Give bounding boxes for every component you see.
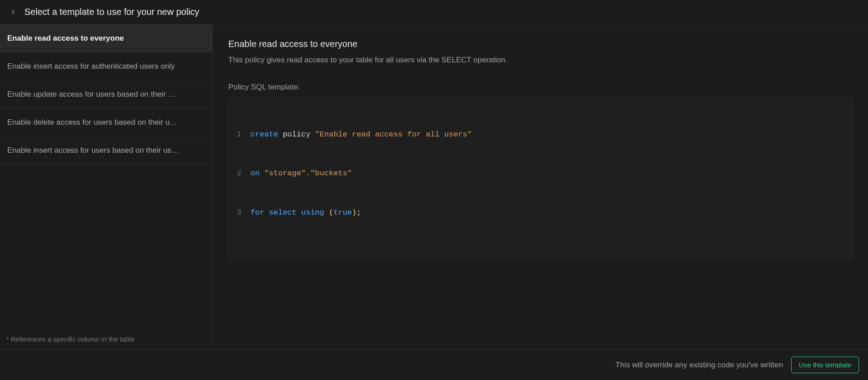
code-text (259, 169, 264, 178)
paren-close: ) (352, 208, 356, 217)
body: Enable read access to everyone Enable in… (0, 24, 868, 349)
code-content: create policy "Enable read access for al… (250, 128, 852, 141)
template-item-label: Enable delete access for users based on … (7, 118, 177, 127)
template-item-label: Enable update access for users based on … (7, 90, 175, 99)
keyword-select: select (264, 208, 302, 217)
line-number: 2 (229, 167, 250, 180)
template-item-insert-user[interactable]: Enable insert access for users based on … (0, 136, 212, 164)
page-title: Select a template to use for your new po… (24, 7, 199, 17)
detail-title: Enable read access to everyone (228, 39, 853, 49)
template-item-delete-user[interactable]: Enable delete access for users based on … (0, 108, 212, 136)
detail-description: This policy gives read access to your ta… (228, 56, 853, 65)
chevron-left-icon (10, 9, 16, 15)
keyword-on: on (250, 169, 259, 178)
footer: This will override any existing code you… (0, 349, 868, 380)
template-item-update-user[interactable]: Enable update access for users based on … (0, 80, 212, 108)
sidebar: Enable read access to everyone Enable in… (0, 24, 213, 349)
paren-open: ( (329, 208, 333, 217)
template-item-label: Enable read access to everyone (7, 34, 124, 43)
main: Enable read access to everyone This poli… (213, 24, 868, 349)
use-template-button[interactable]: Use this template (791, 357, 859, 373)
back-button[interactable] (9, 8, 17, 16)
template-item-read-everyone[interactable]: Enable read access to everyone (0, 24, 212, 52)
override-warning: This will override any existing code you… (615, 361, 783, 370)
keyword-using: using (301, 208, 329, 217)
sql-template-label: Policy SQL template: (228, 83, 853, 92)
header: Select a template to use for your new po… (0, 0, 868, 24)
code-line: 3 for select using (true); (229, 206, 852, 220)
code-line: 1 create policy "Enable read access for … (229, 128, 852, 141)
template-item-label: Enable insert access for users based on … (7, 146, 179, 155)
code-string: "Enable read access for all users" (315, 130, 472, 139)
line-number: 3 (229, 206, 250, 220)
template-item-insert-auth[interactable]: Enable insert access for authenticated u… (0, 52, 212, 80)
template-list: Enable read access to everyone Enable in… (0, 24, 212, 330)
code-line: 2 on "storage"."buckets" (229, 167, 852, 180)
line-number: 1 (229, 128, 250, 141)
code-block: 1 create policy "Enable read access for … (228, 97, 853, 260)
code-content: on "storage"."buckets" (250, 167, 852, 180)
code-string: "storage"."buckets" (264, 169, 352, 178)
code-text: policy (278, 130, 315, 139)
keyword-create: create (250, 130, 278, 139)
template-item-label: Enable insert access for authenticated u… (7, 62, 175, 71)
keyword-for: for (250, 208, 264, 217)
sidebar-footnote: * References a specific column in the ta… (0, 330, 212, 349)
bool-true: true (334, 208, 352, 217)
semicolon: ; (357, 208, 361, 217)
code-content: for select using (true); (250, 206, 852, 220)
